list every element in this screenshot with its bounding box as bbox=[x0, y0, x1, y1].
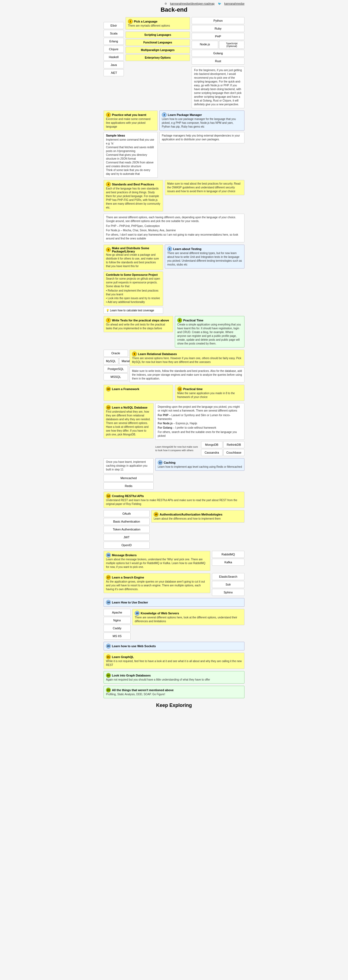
step12-text: First understand what they are, how they… bbox=[106, 410, 151, 436]
step23-section: 23 All the things that weren't mentioned… bbox=[104, 686, 244, 698]
tip-text: Learn how to calculate test coverage bbox=[110, 309, 154, 312]
step15-text: Learn about the differences and how to i… bbox=[153, 517, 242, 521]
security-box: Make sure to read about the best practic… bbox=[165, 180, 244, 195]
cat-multiparadigm: Multiparadigm Languages bbox=[125, 47, 190, 54]
lang-php: PHP bbox=[191, 33, 244, 40]
step12-box: 12 Learn a NoSQL Database First understa… bbox=[104, 403, 153, 438]
step3-right: 3 Learn Package Manager Learn how to use… bbox=[159, 110, 244, 143]
engine-elasticsearch: ElasticSearch bbox=[212, 573, 244, 580]
step3-num: 3 bbox=[162, 112, 167, 117]
step18-num: 18 bbox=[106, 600, 111, 605]
step20-num: 20 bbox=[106, 644, 111, 649]
step1-num: 1 bbox=[128, 19, 133, 24]
step21-section: 21 Learn GraphQL While it is not require… bbox=[104, 652, 244, 669]
step15-left: OAuth Basic Authentication Token Authent… bbox=[104, 510, 150, 549]
step12-right: Depending upon the project and the langu… bbox=[155, 403, 244, 456]
step22-title: Look into Graph Databases bbox=[112, 674, 151, 677]
twitter-link[interactable]: kamranahmedse bbox=[225, 2, 244, 5]
step23-text: Profiling, Static Analysis, DDD, SOAP. G… bbox=[106, 692, 242, 696]
step2-subtitle: Excercise and make some command line app… bbox=[106, 117, 155, 129]
step17-title: Learn a Search Engine bbox=[112, 576, 144, 579]
step3-text: Learn how to use package manager for the… bbox=[162, 117, 242, 129]
db-rethinkdb: RethinkDB bbox=[223, 441, 245, 448]
step7-num: 7 bbox=[106, 318, 111, 323]
step22-num: 22 bbox=[106, 673, 111, 678]
step12-title: Learn a NoSQL Database bbox=[112, 406, 147, 409]
step2-box: 2 Practice what you learnt Excercise and… bbox=[104, 110, 158, 130]
header-links: ⚙ kamranahmedse/developer-roadmap 🐦 kamr… bbox=[104, 2, 244, 5]
contrib-item-1: • Refactor and implement the best practi… bbox=[106, 289, 161, 296]
step14-box: 14 Creating RESTful APIs Understand REST… bbox=[104, 492, 244, 508]
fw-golang: For Golang – I prefer to code without fr… bbox=[158, 426, 242, 430]
step17-box: 17 Learn a Search Engine As the applicat… bbox=[104, 573, 210, 593]
step5-text: Now go ahead and create a package and di… bbox=[106, 253, 161, 268]
redis-box: Redis bbox=[104, 482, 153, 490]
step5-num: 5 bbox=[106, 247, 111, 252]
lang-elixir: Elixir bbox=[104, 22, 124, 29]
db-couchbase: Couchbase bbox=[223, 449, 245, 456]
db-mssql: MSSQL bbox=[104, 373, 128, 380]
step12-left: 12 Learn a NoSQL Database First understa… bbox=[104, 403, 153, 440]
step4-section: 4 Standards and Best Practices Each of t… bbox=[104, 180, 244, 212]
step6-title: Learn about Testing bbox=[173, 247, 201, 251]
frameworks-text1: There are several different options, eac… bbox=[106, 216, 242, 223]
step4-num: 4 bbox=[106, 182, 111, 187]
step3-title: Learn Package Manager bbox=[168, 113, 202, 116]
step8-num: 8 bbox=[177, 318, 182, 323]
step10-box: 10 Learn a Framework bbox=[104, 385, 173, 401]
lang-typescript: TypeScript (Optional) bbox=[219, 41, 244, 49]
broker-kafka: Kafka bbox=[212, 559, 244, 566]
step20-section: 20 Learn how to use Web Sockets bbox=[104, 642, 244, 651]
step4-text: Each of the language has its own standar… bbox=[106, 187, 161, 210]
frameworks-text2: For PHP – PHPUnit, PHPSpec, Codeception bbox=[106, 224, 242, 228]
sample-title: Sample Ideas bbox=[106, 134, 155, 137]
step16-text: Learn about the message brokers, underst… bbox=[106, 558, 208, 569]
lang-dotnet: .NET bbox=[104, 69, 124, 76]
auth-basic: Basic Authentication bbox=[104, 518, 150, 525]
lang-left-col: Elixir Scala Erlang Clojure Haskell Java… bbox=[104, 17, 124, 76]
step9-note: Make sure to write tests, follow the sta… bbox=[130, 367, 244, 382]
contrib-text: Search for some projects on github and o… bbox=[106, 277, 161, 288]
step11-title: Practical time bbox=[183, 387, 203, 391]
frameworks-text3: For Node.js – Mocha, Chai, Sinon, Mocker… bbox=[106, 229, 242, 232]
lang-scala: Scala bbox=[104, 30, 124, 37]
step1-right: Python Ruby PHP Node.js TypeScript (Opti… bbox=[191, 17, 244, 108]
fw-text: Depending upon the project and the langu… bbox=[158, 405, 242, 413]
step13-section: Once you have learnt, implement caching … bbox=[104, 458, 244, 490]
step9-num: 9 bbox=[132, 352, 137, 356]
twitter-icon: 🐦 bbox=[218, 2, 221, 5]
engine-sphinx: Sphinx bbox=[212, 589, 244, 596]
step8-box: 8 Practical Time Create a simple applica… bbox=[175, 316, 244, 347]
frameworks-text4: For others, I don't want to start any fr… bbox=[106, 233, 242, 240]
step9-section: Oracle MySQL MariaDB PostgreSQL MSSQL 9 … bbox=[104, 350, 244, 382]
step15-box: 15 Authentication/Authorization Methodol… bbox=[151, 510, 244, 523]
step22-text: Again not required but you should have a… bbox=[106, 678, 242, 682]
step11-num: 11 bbox=[177, 387, 182, 391]
tip-coverage: 💡 Learn how to calculate test coverage bbox=[104, 307, 163, 314]
step12-num: 12 bbox=[106, 405, 111, 410]
step13-num: 13 bbox=[158, 460, 163, 465]
github-link[interactable]: kamranahmedse/developer-roadmap bbox=[170, 2, 215, 5]
step15-section: OAuth Basic Authentication Token Authent… bbox=[104, 510, 244, 549]
lang-nodejs: Node.js bbox=[191, 41, 218, 49]
step1-desc: For the beginners, if you are just getti… bbox=[191, 67, 244, 108]
step3-note: Package managers help you bring external… bbox=[159, 132, 244, 143]
caching-note-box: Once you have learnt, implement caching … bbox=[104, 458, 153, 473]
frameworks-info: Depending upon the project and the langu… bbox=[155, 403, 244, 440]
step16-box: 16 Message Brokers Learn about the messa… bbox=[104, 551, 210, 571]
auth-oauth: OAuth bbox=[104, 510, 150, 517]
step17-num: 17 bbox=[106, 575, 111, 580]
step8-title: Practical Time bbox=[183, 319, 203, 322]
step13-box: 13 Caching Learn how to implement app le… bbox=[155, 458, 244, 471]
step16-right: RabbitMQ Kafka bbox=[212, 551, 244, 566]
sample-item-3: Command that gives you directory structu… bbox=[106, 153, 155, 161]
frameworks-panel: There are several different options, eac… bbox=[104, 214, 244, 242]
step5-left: 5 Make and Distribute Some Package/Libra… bbox=[104, 245, 163, 314]
fw-others: For others, search and find the suitable… bbox=[158, 430, 242, 438]
step16-section: 16 Message Brokers Learn about the messa… bbox=[104, 551, 244, 571]
step15-num: 15 bbox=[153, 512, 158, 517]
step14-text: Understand REST and learn how to make RE… bbox=[106, 498, 242, 506]
lang-clojure: Clojure bbox=[104, 46, 124, 52]
step15-title: Authentication/Authorization Methodologi… bbox=[160, 513, 223, 516]
step23-num: 23 bbox=[106, 687, 111, 692]
